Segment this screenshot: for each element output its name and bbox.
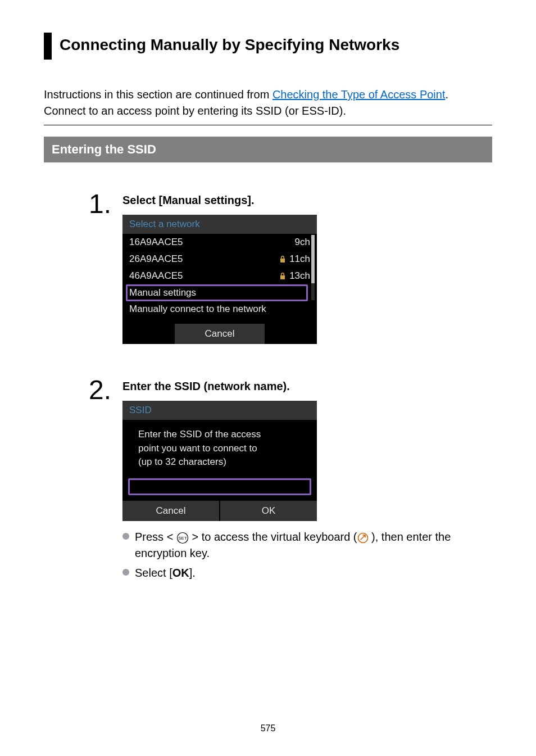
ssid-label: 46A9AACE5 (129, 270, 183, 282)
channel-label: 13ch (279, 270, 310, 282)
channel-text: 11ch (289, 253, 310, 265)
device2-ok-button: OK (220, 501, 317, 521)
device-screen-ssid: SSID Enter the SSID of the access point … (122, 401, 317, 521)
device2-cancel-button: Cancel (122, 501, 219, 521)
device1-highlighted-item: Manual settings (122, 284, 317, 301)
bullet-dot-icon (122, 569, 129, 576)
device-screen-select-network: Select a network 16A9AACE5 9ch 26A9AACE5 (122, 215, 317, 344)
link-virtual-keyboard[interactable] (357, 532, 369, 544)
page-number: 575 (0, 723, 536, 734)
body-line2: point you want to connect to (138, 443, 257, 454)
svg-text:SET: SET (178, 536, 187, 541)
bullet-dot-icon (122, 533, 129, 540)
device2-button-row: Cancel OK (122, 501, 317, 521)
highlight-label: Manual settings (129, 287, 196, 298)
step-2-bullets: Press < SET > to access the virtual keyb… (122, 529, 492, 581)
device1-network-list: 16A9AACE5 9ch 26A9AACE5 11ch (122, 234, 317, 320)
divider (44, 125, 492, 125)
step-1-title: Select [Manual settings]. (122, 194, 492, 207)
body-line1: Enter the SSID of the access (138, 429, 261, 440)
link-checking-access-point[interactable]: Checking the Type of Access Point (272, 88, 446, 101)
ok-bold: OK (172, 567, 189, 579)
channel-label: 9ch (295, 237, 310, 248)
device1-header: Select a network (122, 215, 317, 234)
intro-prefix: Instructions in this section are continu… (44, 88, 272, 101)
step-2: 2. Enter the SSID (network name). SSID E… (89, 377, 492, 585)
device1-description: Manually connect to the network (122, 301, 317, 320)
ssid-label: 26A9AACE5 (129, 253, 183, 265)
bullet-text: Select [OK]. (135, 565, 196, 581)
set-button-icon: SET (176, 532, 189, 544)
subheading: Entering the SSID (44, 137, 492, 162)
device1-scrollbar-thumb (311, 235, 315, 283)
lock-icon (279, 255, 286, 263)
intro-suffix: . (445, 88, 448, 101)
section-title: Connecting Manually by Specifying Networ… (44, 33, 492, 60)
device2-header: SSID (122, 401, 317, 420)
bullet-text: Press < SET > to access the virtual keyb… (135, 529, 492, 562)
title-accent-bar (44, 33, 52, 60)
bullet-item: Select [OK]. (122, 565, 492, 581)
ssid-label: 16A9AACE5 (129, 237, 183, 248)
channel-label: 11ch (279, 253, 310, 265)
bullet-item: Press < SET > to access the virtual keyb… (122, 529, 492, 562)
list-item: 26A9AACE5 11ch (122, 251, 317, 268)
device1-cancel-button: Cancel (175, 324, 265, 344)
step-2-number: 2. (89, 377, 122, 585)
intro-paragraph: Instructions in this section are continu… (44, 87, 492, 119)
device2-input-wrap (122, 478, 317, 501)
step-2-title: Enter the SSID (network name). (122, 380, 492, 393)
channel-text: 13ch (289, 270, 310, 282)
device2-body-text: Enter the SSID of the access point you w… (122, 420, 317, 478)
lock-icon (279, 272, 286, 280)
list-item: 16A9AACE5 9ch (122, 234, 317, 251)
step-1-number: 1. (89, 191, 122, 348)
device2-ssid-input (128, 478, 311, 495)
intro-line2: Connect to an access point by entering i… (44, 105, 346, 117)
step-1: 1. Select [Manual settings]. Select a ne… (89, 191, 492, 348)
list-item: 46A9AACE5 13ch (122, 268, 317, 284)
title-text: Connecting Manually by Specifying Networ… (60, 33, 492, 60)
body-line3: (up to 32 characters) (138, 456, 226, 467)
channel-text: 9ch (295, 237, 310, 248)
